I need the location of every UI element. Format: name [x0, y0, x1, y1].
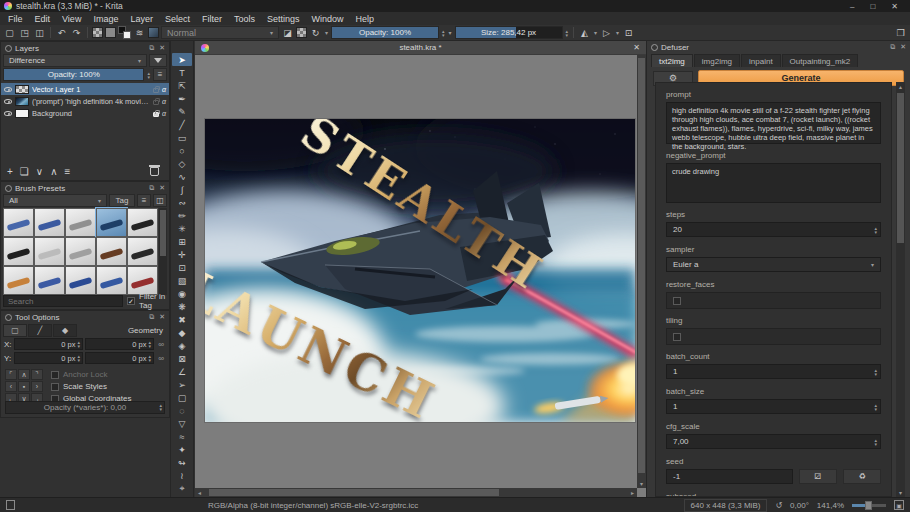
fg-bg-colors[interactable]	[118, 26, 131, 39]
color-sampler-tool[interactable]: ◉	[172, 287, 192, 300]
tool-option-checkbox-row[interactable]: Scale Styles	[51, 382, 131, 391]
chevron-down-icon[interactable]: ▾	[615, 29, 620, 36]
brush-tag-filter-combo[interactable]: All ▾	[3, 194, 107, 207]
anchor-cell[interactable]: ‹	[5, 381, 17, 392]
add-layer-button[interactable]: +	[7, 166, 13, 177]
lock-icon[interactable]	[153, 100, 159, 105]
menu-item[interactable]: Layer	[124, 14, 159, 24]
menu-item[interactable]: Window	[305, 14, 349, 24]
new-document-icon[interactable]: ▢	[3, 26, 16, 39]
random-seed-button[interactable]: ⚂	[799, 469, 837, 484]
menu-item[interactable]: Tools	[228, 14, 261, 24]
brush-preset-thumb[interactable]	[148, 27, 159, 38]
save-document-icon[interactable]: ◫	[33, 26, 46, 39]
mirror-icon[interactable]: ◭	[578, 26, 591, 39]
cfg-scale-field[interactable]: 7,00▴▾	[666, 434, 881, 449]
brush-preset[interactable]	[96, 208, 127, 237]
visibility-eye-icon[interactable]	[4, 99, 12, 104]
brush-preset[interactable]	[34, 208, 65, 237]
tab-stroke-options[interactable]: ╱	[28, 324, 52, 337]
dynamic-brush-tool[interactable]: ✏	[172, 209, 192, 222]
layer-opacity-slider[interactable]: Opacity: 100%	[3, 68, 144, 81]
assistants-tool[interactable]: ➢	[172, 378, 192, 391]
duplicate-layer-button[interactable]: ❏	[20, 166, 29, 177]
elliptical-selection-tool[interactable]: ◌	[172, 404, 192, 417]
opacity-slider[interactable]: Opacity: 100%	[331, 26, 439, 39]
layer-thumbnail[interactable]	[15, 97, 29, 106]
brush-preset[interactable]	[34, 237, 65, 266]
close-button[interactable]: ✕	[891, 2, 898, 11]
rotation-icon[interactable]: ↺	[775, 501, 782, 510]
checkbox[interactable]	[51, 383, 59, 391]
brush-preset[interactable]	[34, 266, 65, 295]
float-docker-icon[interactable]: ⧉	[890, 43, 895, 51]
menu-item[interactable]: Settings	[261, 14, 306, 24]
scroll-down-icon[interactable]: ▾	[637, 479, 646, 488]
height-field[interactable]: 0 px▴▾	[85, 352, 154, 364]
tiling-checkbox[interactable]	[673, 333, 681, 341]
defuser-tab[interactable]: Outpainting_mk2	[782, 54, 858, 67]
move-layer-up-button[interactable]: ∧	[50, 166, 57, 177]
storage-button[interactable]: ◫	[153, 194, 167, 207]
similar-color-selection-tool[interactable]: ✦	[172, 443, 192, 456]
measure-tool[interactable]: ∠	[172, 365, 192, 378]
smart-patch-tool[interactable]: ✖	[172, 313, 192, 326]
layer-filter-button[interactable]	[149, 54, 167, 67]
polygon-tool[interactable]: ◇	[172, 157, 192, 170]
scroll-left-icon[interactable]: ◂	[195, 488, 204, 497]
brush-search-input[interactable]	[3, 295, 123, 307]
close-docker-icon[interactable]: ✕	[159, 184, 165, 192]
menu-item[interactable]: Image	[87, 14, 124, 24]
menu-item[interactable]: Select	[159, 14, 196, 24]
size-slider[interactable]: Size: 285,42 px	[455, 26, 563, 39]
defuser-tab[interactable]: inpaint	[741, 54, 781, 67]
undo-icon[interactable]: ↶	[55, 26, 68, 39]
brush-scrollbar[interactable]	[159, 208, 167, 295]
freehand-path-tool[interactable]: ∾	[172, 196, 192, 209]
rectangle-tool[interactable]: ▭	[172, 131, 192, 144]
pattern-edit-tool[interactable]: ❋	[172, 300, 192, 313]
text-tool[interactable]: T	[172, 66, 192, 79]
tab-fill-options[interactable]: ◆	[53, 324, 77, 337]
width-field[interactable]: 0 px▴▾	[85, 338, 154, 350]
visibility-eye-icon[interactable]	[4, 111, 12, 116]
blend-mode-combo[interactable]: Normal ▾	[161, 26, 279, 39]
restore-faces-checkbox[interactable]	[673, 297, 681, 305]
line-tool[interactable]: ╱	[172, 118, 192, 131]
layer-thumbnail[interactable]	[15, 109, 29, 118]
calligraphy-tool[interactable]: ✒	[172, 92, 192, 105]
mesh-transform-tool[interactable]: ⊠	[172, 352, 192, 365]
alpha-icon[interactable]: α	[162, 98, 166, 105]
anchor-cell[interactable]: ›	[31, 381, 43, 392]
brush-preset[interactable]	[3, 266, 34, 295]
edit-shapes-tool[interactable]: ⇱	[172, 79, 192, 92]
layer-row[interactable]: ('prompt') 'high definition 4k movie sti…	[1, 95, 169, 107]
x-position-field[interactable]: 0 px▴▾	[14, 338, 83, 350]
brush-preset[interactable]	[3, 237, 34, 266]
move-tool[interactable]: ✛	[172, 248, 192, 261]
menu-item[interactable]: Edit	[29, 14, 57, 24]
eraser-icon[interactable]: ◪	[281, 26, 294, 39]
tool-option-checkbox-row[interactable]: Anchor Lock	[51, 370, 131, 379]
size-spinner[interactable]: ▴▾	[565, 29, 570, 37]
tool-options-header[interactable]: Tool Options ⧉ ✕	[1, 311, 169, 323]
menu-item[interactable]: Help	[350, 14, 381, 24]
polyline-tool[interactable]: ∿	[172, 170, 192, 183]
scroll-down-icon[interactable]: ▾	[896, 488, 905, 497]
link-icon[interactable]: ∞	[156, 340, 166, 349]
scroll-up-icon[interactable]: ▴	[896, 82, 905, 91]
brush-preset[interactable]	[127, 237, 158, 266]
bezier-curve-tool[interactable]: ∫	[172, 183, 192, 196]
filter-in-tag-checkbox[interactable]: ✓	[127, 297, 135, 305]
delete-layer-button[interactable]	[150, 167, 159, 176]
checkbox[interactable]	[51, 371, 59, 379]
transform-tool[interactable]: ⊞	[172, 235, 192, 248]
fullscreen-icon[interactable]: ▣	[894, 500, 904, 510]
link-icon[interactable]: ∞	[156, 354, 166, 363]
close-document-icon[interactable]: ✕	[633, 43, 640, 52]
brush-preset-status-icon[interactable]	[6, 500, 15, 510]
gradient-swatch[interactable]	[92, 27, 103, 38]
negative-prompt-textarea[interactable]: crude drawing	[666, 163, 881, 203]
steps-field[interactable]: 20▴▾	[666, 222, 881, 237]
anchor-cell[interactable]: ▪	[18, 381, 30, 392]
